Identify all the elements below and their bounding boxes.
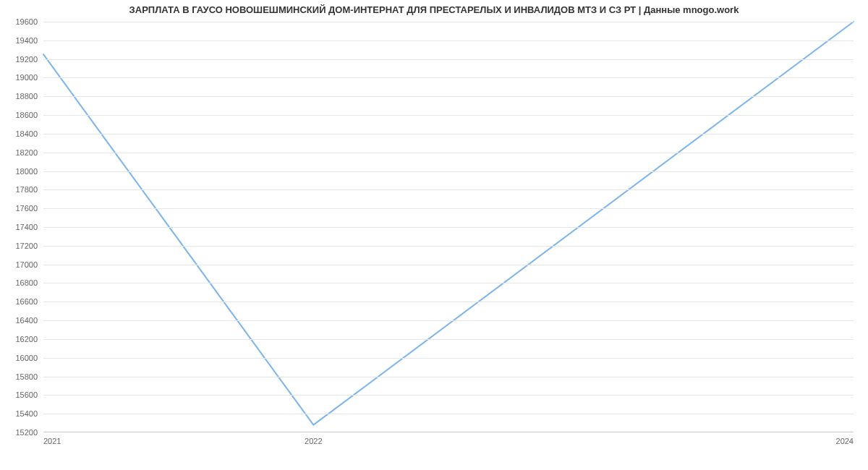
y-tick-label: 16800 <box>15 278 38 287</box>
gridline <box>43 96 854 97</box>
y-tick-label: 17400 <box>15 223 38 231</box>
gridline <box>43 171 854 172</box>
y-tick-label: 17600 <box>15 204 38 213</box>
gridline <box>43 208 854 209</box>
y-tick-label: 15600 <box>15 390 38 399</box>
y-tick-label: 19200 <box>15 55 38 64</box>
y-tick-label: 16600 <box>15 297 38 306</box>
y-tick-label: 18200 <box>15 148 38 157</box>
y-tick-label: 18000 <box>15 167 38 176</box>
y-tick-label: 18800 <box>15 92 38 101</box>
y-tick-label: 18600 <box>15 111 38 119</box>
gridline <box>43 395 854 396</box>
gridline <box>43 358 854 359</box>
y-tick-label: 16200 <box>15 335 38 343</box>
y-tick-label: 15400 <box>15 409 38 418</box>
gridline <box>43 283 854 283</box>
gridline <box>43 265 854 265</box>
y-tick-label: 18400 <box>15 129 38 138</box>
gridline <box>43 189 854 190</box>
gridline <box>43 40 854 41</box>
x-tick-label: 2021 <box>43 437 61 445</box>
gridline <box>43 377 854 377</box>
x-tick-label: 2024 <box>836 437 854 445</box>
x-tick-label: 2022 <box>305 437 322 445</box>
gridline <box>43 302 854 302</box>
gridline <box>43 59 854 60</box>
gridline <box>43 414 854 414</box>
gridline <box>43 246 854 247</box>
y-tick-label: 16400 <box>15 316 38 325</box>
y-tick-label: 17800 <box>15 185 38 194</box>
chart-container: ЗАРПЛАТА В ГАУСО НОВОШЕШМИНСКИЙ ДОМ-ИНТЕ… <box>0 0 868 470</box>
gridline <box>43 115 854 116</box>
gridline <box>43 227 854 228</box>
y-tick-label: 17200 <box>15 242 38 250</box>
y-tick-label: 19600 <box>15 17 38 26</box>
gridline <box>43 153 854 153</box>
chart-title: ЗАРПЛАТА В ГАУСО НОВОШЕШМИНСКИЙ ДОМ-ИНТЕ… <box>0 4 868 15</box>
y-tick-label: 15200 <box>15 428 38 437</box>
gridline <box>43 134 854 134</box>
series-line <box>43 22 854 425</box>
y-tick-label: 17000 <box>15 260 38 269</box>
y-tick-label: 16000 <box>15 354 38 362</box>
gridline <box>43 320 854 321</box>
y-tick-label: 19400 <box>15 36 38 45</box>
plot-area: 1520015400156001580016000162001640016600… <box>43 22 854 432</box>
gridline <box>43 22 854 22</box>
gridline <box>43 77 854 78</box>
gridline <box>43 339 854 340</box>
y-tick-label: 15800 <box>15 372 38 381</box>
y-tick-label: 19000 <box>15 73 38 82</box>
